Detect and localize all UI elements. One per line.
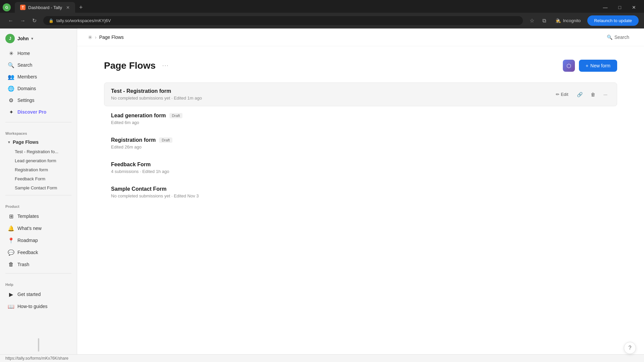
- new-form-plus-icon: +: [586, 63, 588, 68]
- page-more-button[interactable]: ···: [160, 61, 171, 70]
- sidebar-item-lead-gen[interactable]: Lead generation form: [3, 157, 74, 165]
- edit-button[interactable]: ✏ Edit: [552, 114, 572, 123]
- form-item-feedback-form[interactable]: Feedback Form 4 submissions · Edited 1h …: [104, 156, 617, 180]
- bookmark-button[interactable]: ☆: [527, 16, 537, 25]
- sidebar-item-sample-contact[interactable]: Sample Contact Form: [3, 184, 74, 192]
- sidebar-item-label: What's new: [17, 226, 42, 231]
- form-name: Test - Registration form: [111, 88, 171, 94]
- breadcrumb: ✳ › Page Flows: [88, 34, 124, 41]
- delete-button[interactable]: 🗑: [588, 188, 598, 197]
- copy-link-button[interactable]: 🔗: [574, 90, 585, 99]
- active-tab[interactable]: T Dashboard - Tally ✕: [15, 2, 75, 13]
- close-button[interactable]: ✕: [627, 3, 641, 12]
- minimize-button[interactable]: —: [598, 3, 613, 12]
- incognito-button[interactable]: 🕵 Incognito: [551, 17, 585, 24]
- copy-link-button[interactable]: 🔗: [574, 139, 585, 148]
- maximize-button[interactable]: □: [613, 3, 627, 12]
- relaunch-button[interactable]: Relaunch to update: [587, 15, 639, 26]
- sidebar-item-test-reg[interactable]: Test - Registration fo...: [3, 147, 74, 156]
- forward-button[interactable]: →: [17, 16, 28, 25]
- sidebar-scroll-indicator: [0, 336, 77, 354]
- sidebar-item-how-to-guides[interactable]: 📖 How-to guides: [3, 301, 74, 312]
- new-tab-button[interactable]: +: [76, 3, 86, 12]
- home-icon: ✳: [8, 50, 14, 56]
- sidebar-item-feedback-form[interactable]: Feedback Form: [3, 175, 74, 183]
- breadcrumb-current: Page Flows: [99, 35, 124, 40]
- sidebar-divider-3: [5, 273, 71, 274]
- sidebar-item-members[interactable]: 👥 Members: [3, 71, 74, 82]
- delete-button[interactable]: 🗑: [588, 163, 598, 173]
- form-more-button[interactable]: ···: [601, 188, 610, 197]
- url-bar[interactable]: 🔒 tally.so/workspaces/mKYj6V: [43, 16, 523, 25]
- new-form-button[interactable]: + New form: [579, 60, 617, 72]
- form-item-left: Registration form Draft Edited 26m ago: [111, 137, 172, 149]
- help-icon: ?: [629, 345, 632, 351]
- form-more-button[interactable]: ···: [601, 90, 610, 99]
- status-bar: https://tally.so/forms/mKx76K/share: [0, 354, 644, 362]
- sidebar-item-home[interactable]: ✳ Home: [3, 48, 74, 59]
- form-item-sample-contact[interactable]: Sample Contact Form No completed submiss…: [104, 180, 617, 204]
- sidebar-item-settings[interactable]: ⚙ Settings: [3, 95, 74, 106]
- form-name: Lead generation form: [111, 113, 166, 119]
- form-badge: Draft: [169, 113, 183, 118]
- copy-link-button[interactable]: 🔗: [574, 114, 585, 124]
- sidebar-item-label: Feedback: [17, 250, 38, 255]
- edit-label: Edit: [561, 190, 568, 195]
- form-item-meta: No completed submissions yet · Edited No…: [111, 193, 199, 198]
- edit-icon: ✏: [556, 116, 559, 121]
- delete-icon: 🗑: [591, 92, 595, 97]
- product-title: Product: [5, 204, 19, 208]
- sidebar-item-get-started[interactable]: ▶ Get started: [3, 289, 74, 300]
- sidebar-item-label: Templates: [17, 214, 39, 219]
- sidebar-item-discover-pro[interactable]: ✦ Discover Pro: [3, 106, 74, 118]
- link-icon: 🔗: [577, 165, 583, 171]
- form-item-lead-gen[interactable]: Lead generation form Draft Edited 6m ago…: [104, 107, 617, 131]
- form-more-button[interactable]: ···: [601, 139, 610, 148]
- form-more-button[interactable]: ···: [601, 163, 610, 173]
- user-name: John: [17, 36, 29, 41]
- expand-icon: ▾: [8, 140, 10, 144]
- form-item-left: Feedback Form 4 submissions · Edited 1h …: [111, 162, 169, 174]
- sidebar-item-feedback[interactable]: 💬 Feedback: [3, 247, 74, 258]
- edit-button[interactable]: ✏ Edit: [552, 139, 572, 148]
- tab-bar: G T Dashboard - Tally ✕ + — □ ✕: [0, 0, 644, 13]
- edit-icon: ✏: [556, 92, 559, 97]
- delete-button[interactable]: 🗑: [588, 139, 598, 148]
- form-item-meta: Edited 6m ago: [111, 120, 182, 125]
- copy-link-button[interactable]: 🔗: [574, 188, 585, 197]
- sidebar-item-domains[interactable]: 🌐 Domains: [3, 83, 74, 94]
- delete-button[interactable]: 🗑: [588, 90, 598, 99]
- edit-button[interactable]: ✏ Edit: [552, 90, 572, 99]
- page-header: Page Flows ··· ⬡ + New form: [104, 60, 617, 72]
- sidebar-item-label: Settings: [17, 98, 35, 103]
- form-item-reg-form[interactable]: Registration form Draft Edited 26m ago ✏…: [104, 131, 617, 155]
- refresh-button[interactable]: ↻: [30, 16, 39, 25]
- form-name: Feedback Form: [111, 162, 151, 168]
- sidebar-item-roadmap[interactable]: 📍 Roadmap: [3, 235, 74, 246]
- copy-link-button[interactable]: 🔗: [574, 163, 585, 173]
- form-item-test-reg[interactable]: Test - Registration form No completed su…: [104, 82, 617, 106]
- back-button[interactable]: ←: [5, 16, 16, 25]
- sidebar-item-whats-new[interactable]: 🔔 What's new: [3, 223, 74, 234]
- split-button[interactable]: ⧉: [540, 16, 549, 25]
- sidebar-item-reg-form[interactable]: Registration form: [3, 166, 74, 174]
- status-url: https://tally.so/forms/mKx76K/share: [5, 356, 68, 361]
- workspace-page-flows[interactable]: ▾ Page Flows: [3, 137, 74, 147]
- delete-button[interactable]: 🗑: [588, 114, 598, 124]
- sidebar-item-search[interactable]: 🔍 Search: [3, 59, 74, 71]
- sidebar-item-templates[interactable]: ⊞ Templates: [3, 210, 74, 222]
- tab-close-icon[interactable]: ✕: [66, 5, 70, 10]
- edit-label: Edit: [561, 165, 568, 170]
- search-button[interactable]: 🔍 Search: [603, 33, 633, 42]
- user-header[interactable]: J John ▾: [0, 28, 77, 46]
- workspace-name: Page Flows: [13, 139, 39, 145]
- form-more-button[interactable]: ···: [601, 114, 610, 124]
- edit-button[interactable]: ✏ Edit: [552, 163, 572, 172]
- form-badge: Draft: [159, 137, 172, 143]
- edit-button[interactable]: ✏ Edit: [552, 188, 572, 197]
- sidebar-item-trash[interactable]: 🗑 Trash: [3, 259, 74, 270]
- page-body: Page Flows ··· ⬡ + New form: [77, 46, 644, 354]
- help-button[interactable]: ?: [624, 342, 636, 354]
- link-icon: 🔗: [577, 190, 583, 195]
- edit-label: Edit: [561, 141, 568, 146]
